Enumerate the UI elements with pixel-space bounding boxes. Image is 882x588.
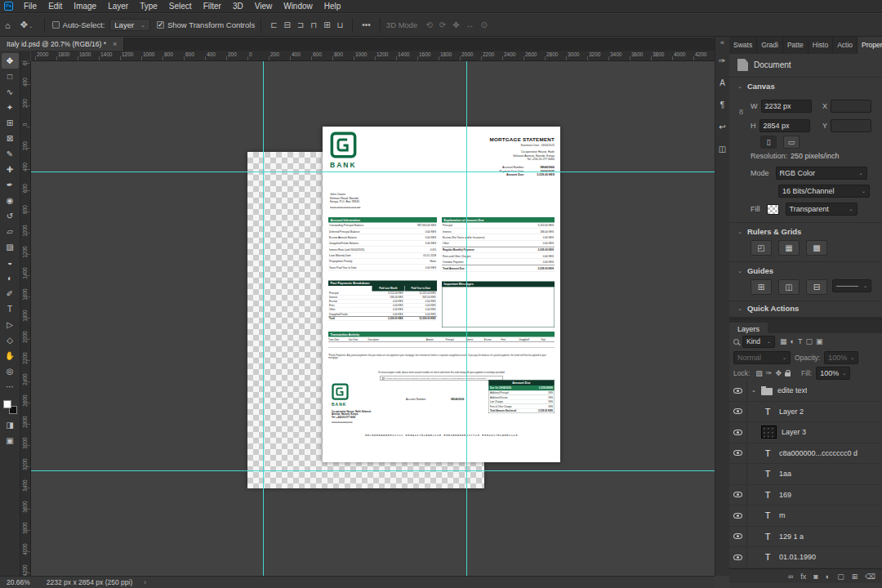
rulers-grids-section-header[interactable]: ⌄ Rulers & Grids xyxy=(737,227,801,236)
move-tool-preset-icon[interactable]: ✥ ⌄ xyxy=(16,20,38,30)
frame-tool[interactable]: ⊠ xyxy=(2,131,19,146)
lock-all-icon[interactable] xyxy=(785,372,791,376)
hand-tool[interactable]: ✋ xyxy=(2,348,19,363)
new-group-icon[interactable]: ▢ xyxy=(837,572,844,581)
layer-visibility-toggle[interactable] xyxy=(729,506,747,526)
panel-tab-gradi[interactable]: Gradi xyxy=(757,36,783,54)
layer-visibility-toggle[interactable] xyxy=(729,381,747,401)
align-top-icon[interactable]: ⊓ xyxy=(307,20,320,29)
color-swatches[interactable] xyxy=(3,400,17,414)
lasso-tool[interactable]: ∿ xyxy=(2,84,19,100)
screen-mode-button[interactable]: ▣ xyxy=(2,433,19,448)
layer-visibility-toggle[interactable] xyxy=(729,464,747,484)
fill-select[interactable]: Transparent⌄ xyxy=(786,203,858,216)
menu-file[interactable]: File xyxy=(18,0,42,12)
app-logo[interactable]: Ps xyxy=(4,2,13,11)
toggle-grid-icon[interactable]: ▦ xyxy=(778,240,800,256)
layer-filter-kind-select[interactable]: Kind⌄ xyxy=(742,336,775,348)
zoom-tool[interactable]: ◎ xyxy=(2,363,19,379)
menu-window[interactable]: Window xyxy=(278,0,318,12)
panel-tab-histo[interactable]: Histo xyxy=(808,36,833,54)
clear-guides-icon[interactable]: ⊟ xyxy=(806,279,827,295)
add-layer-mask-icon[interactable]: ◙ xyxy=(813,572,817,581)
libraries-panel-icon[interactable]: ◫ xyxy=(719,145,726,154)
edit-toolbar-button[interactable]: ⋯ xyxy=(2,379,19,394)
horizontal-ruler[interactable]: 2000180016001400120010008006004002000200… xyxy=(31,51,715,61)
canvas-width-input[interactable]: 2232 px xyxy=(761,100,812,113)
bit-depth-select[interactable]: 16 Bits/Channel⌄ xyxy=(778,185,870,198)
menu-3d[interactable]: 3D xyxy=(227,0,249,12)
delete-layer-icon[interactable]: ⌫ xyxy=(865,572,875,581)
orientation-portrait-button[interactable]: ▯ xyxy=(760,136,777,149)
layer-row[interactable]: Tm xyxy=(729,506,882,527)
filter-pixel-layers-icon[interactable]: ▦ xyxy=(778,337,789,345)
layer-row[interactable]: T129 1 a xyxy=(729,527,882,548)
menu-help[interactable]: Help xyxy=(318,0,347,12)
document-page[interactable]: BANK MORTGAGE STATEMENT Statement Date: … xyxy=(323,127,560,462)
layer-visibility-toggle[interactable] xyxy=(729,402,747,422)
align-center-horizontal-icon[interactable]: ⊟ xyxy=(281,20,294,29)
brushes-panel-icon[interactable]: ✑ xyxy=(719,56,725,65)
blend-mode-select[interactable]: Normal⌄ xyxy=(733,351,791,364)
type-tool[interactable]: T xyxy=(2,301,19,317)
character-panel-icon[interactable]: A xyxy=(719,78,725,87)
lock-position-icon[interactable]: ✥ xyxy=(773,369,783,377)
adjustment-layer-icon[interactable]: ◐ xyxy=(826,572,830,581)
vertical-ruler[interactable]: 6004002000200400600800100012001400160018… xyxy=(20,61,31,576)
expand-group-icon[interactable]: ⌄ xyxy=(751,387,756,394)
link-layers-icon[interactable]: ∞ xyxy=(788,572,793,581)
layer-row[interactable]: ⌄edite text xyxy=(729,381,882,402)
healing-brush-tool[interactable]: ✚ xyxy=(2,162,19,177)
orientation-landscape-button[interactable]: ▭ xyxy=(783,136,800,149)
toggle-pixel-grid-icon[interactable]: ▩ xyxy=(806,240,827,256)
menu-view[interactable]: View xyxy=(249,0,278,12)
layer-row[interactable]: Layer 3 xyxy=(729,422,882,443)
crop-tool[interactable]: ⊞ xyxy=(2,115,19,131)
menu-edit[interactable]: Edit xyxy=(42,0,68,12)
eyedropper-tool[interactable]: ✎ xyxy=(2,146,19,162)
canvas-height-input[interactable]: 2854 px xyxy=(760,119,810,132)
layer-row[interactable]: T01.01.1990 xyxy=(729,547,882,568)
quick-mask-button[interactable]: ◨ xyxy=(2,417,19,433)
layer-row[interactable]: T1aa xyxy=(729,464,882,485)
panel-tab-swats[interactable]: Swats xyxy=(729,36,757,54)
blur-tool[interactable]: ◒ xyxy=(2,255,19,270)
document-tab[interactable]: Italy id.psd @ 20.7% (RGB/16) * × xyxy=(0,38,124,51)
align-right-icon[interactable]: ⊐ xyxy=(294,20,307,29)
canvas-section-header[interactable]: ⌄ Canvas xyxy=(737,82,775,91)
quick-actions-section-header[interactable]: ⌄ Quick Actions xyxy=(737,304,799,313)
layer-row[interactable]: T169 xyxy=(729,485,882,506)
align-bottom-icon[interactable]: ⊔ xyxy=(334,20,347,29)
history-brush-tool[interactable]: ↺ xyxy=(2,208,19,224)
align-left-icon[interactable]: ⊏ xyxy=(267,20,280,29)
new-layer-icon[interactable]: ⊞ xyxy=(852,572,858,581)
align-middle-icon[interactable]: ⊞ xyxy=(320,20,333,29)
layer-visibility-toggle[interactable] xyxy=(729,443,747,464)
eraser-tool[interactable]: ▱ xyxy=(2,224,19,239)
opacity-select[interactable]: 100%⌄ xyxy=(824,351,858,364)
quick-selection-tool[interactable]: ✦ xyxy=(2,100,19,115)
clone-stamp-tool[interactable]: ◉ xyxy=(2,193,19,208)
layer-style-icon[interactable]: fx xyxy=(800,572,806,581)
brush-tool[interactable]: ✒ xyxy=(2,177,19,193)
filter-type-layers-icon[interactable]: T xyxy=(796,337,804,345)
fill-transparency-swatch[interactable] xyxy=(767,204,779,215)
guide-horizontal[interactable] xyxy=(31,172,715,172)
more-options-icon[interactable]: ••• xyxy=(359,20,374,29)
home-icon[interactable]: ⌂ xyxy=(0,20,16,30)
toggle-rulers-icon[interactable]: ◰ xyxy=(751,240,772,256)
new-guide-layout-icon[interactable]: ⊞ xyxy=(751,279,772,295)
layer-row[interactable]: Tc8a000000...ccccccc0 d xyxy=(729,443,882,465)
history-panel-icon[interactable]: ↩ xyxy=(719,122,725,131)
gradient-tool[interactable]: ▨ xyxy=(2,239,19,255)
shape-tool[interactable]: ◇ xyxy=(2,332,19,348)
filter-adjustment-layers-icon[interactable]: ◐ xyxy=(789,337,796,345)
menu-filter[interactable]: Filter xyxy=(198,0,227,12)
layer-fill-select[interactable]: 100%⌄ xyxy=(816,367,850,380)
show-transform-checkbox[interactable] xyxy=(157,21,164,29)
paragraph-panel-icon[interactable]: ¶ xyxy=(720,100,724,109)
color-mode-select[interactable]: RGB Color⌄ xyxy=(776,167,867,180)
zoom-level[interactable]: 20.66% xyxy=(7,578,30,586)
expand-panels-icon[interactable]: « xyxy=(720,38,724,47)
guide-vertical[interactable] xyxy=(263,61,264,576)
